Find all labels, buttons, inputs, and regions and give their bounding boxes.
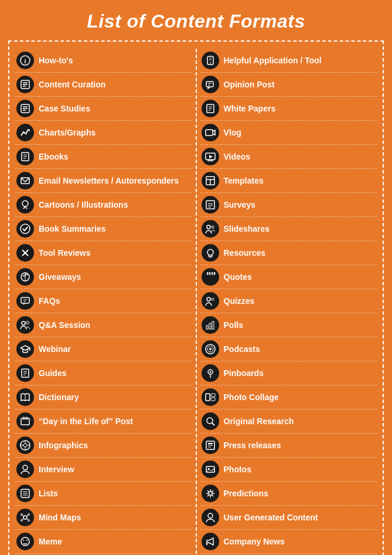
list-item: Interview [15,458,192,482]
page-container: List of Content Formats iHow-to'sContent… [0,0,392,555]
item-icon: i [16,52,34,69]
svg-point-48 [23,516,27,519]
list-item: Case Studies [15,97,192,121]
svg-point-16 [21,224,30,233]
item-icon [16,292,34,310]
list-item: Email Newsletters / Autoresponders [15,169,192,193]
svg-point-85 [207,225,210,229]
item-icon [16,76,34,93]
list-item: Book Summaries [15,217,192,241]
svg-line-106 [212,423,214,425]
item-icon [202,364,219,382]
item-label: Resources [224,248,266,258]
list-item: Lists [15,482,192,506]
item-label: Guides [39,368,66,378]
svg-point-105 [207,418,213,424]
list-item: Charts/Graphs [15,121,192,145]
item-icon [202,436,219,454]
svg-point-38 [23,444,27,447]
item-label: Pinboards [224,368,264,378]
svg-point-66 [210,62,211,63]
item-icon [202,76,219,93]
item-icon [202,52,219,69]
item-label: Content Curation [39,80,105,90]
svg-rect-94 [209,323,211,329]
item-label: Interview [39,465,74,475]
svg-point-87 [207,249,213,255]
svg-text:i: i [24,57,26,65]
item-label: Dictionary [39,392,79,402]
list-item: Vlog [200,121,377,145]
list-item: Meme [15,530,192,554]
item-label: Podcasts [224,344,260,354]
item-icon [16,461,34,478]
svg-rect-104 [211,398,215,401]
item-label: Slideshares [224,224,270,234]
item-icon [16,509,34,526]
item-label: Helpful Application / Tool [224,56,322,66]
svg-marker-115 [207,538,213,545]
svg-point-101 [209,371,211,373]
item-icon [16,388,34,406]
page-title: List of Content Formats [8,11,384,32]
item-icon [202,124,219,141]
list-item: Photo Collage [200,385,377,410]
list-item: Ebooks [15,145,192,169]
item-icon [16,148,34,165]
item-label: Lists [39,489,58,499]
item-icon [202,509,219,526]
svg-line-56 [27,519,28,520]
list-item: Slideshares [200,217,377,241]
left-column: iHow-to'sContent CurationCase StudiesCha… [15,49,197,555]
item-label: Cartoons / Illustrations [39,200,128,210]
list-item: FAQs [15,289,192,313]
item-icon [202,196,219,214]
list-item: Webinar [15,337,192,361]
item-label: Book Summaries [39,224,105,234]
svg-point-91 [207,297,210,301]
item-icon [16,220,34,238]
item-icon [202,412,219,430]
svg-line-55 [22,519,23,520]
list-item: Press releases [200,434,377,458]
item-label: Original Research [224,417,294,427]
item-label: Webinar [39,344,71,354]
svg-line-54 [27,515,28,516]
item-icon [16,436,34,454]
item-label: White Papers [224,104,276,114]
list-item: Tool Reviews [15,241,192,265]
item-icon [16,485,34,502]
list-item: Resources [200,241,377,265]
item-icon [202,244,219,262]
item-label: Opinion Post [224,80,275,90]
item-label: Predictions [224,489,268,499]
item-label: Q&A Session [39,320,90,330]
svg-rect-102 [206,394,210,401]
item-label: Tool Reviews [39,248,90,258]
svg-rect-21 [21,297,29,303]
item-icon [16,268,34,286]
svg-rect-34 [21,418,29,425]
list-item: Cartoons / Illustrations [15,193,192,217]
item-icon [16,100,34,117]
list-item: Company News [200,530,377,554]
item-label: Quizzes [224,296,255,306]
item-icon [202,316,219,334]
svg-rect-103 [211,394,215,397]
svg-line-53 [22,515,23,516]
list-item: Pinboards [200,361,377,385]
list-item: Templates [200,169,377,193]
item-icon [202,533,219,550]
list-item: White Papers [200,97,377,121]
svg-point-26 [26,322,29,324]
item-icon [202,220,219,238]
list-item: User Generated Content [200,506,377,530]
item-icon [16,172,34,189]
item-icon [16,244,34,262]
list-item: Dictionary [15,385,192,410]
item-label: Infographics [39,441,88,451]
svg-rect-93 [206,326,208,329]
svg-point-113 [209,492,212,495]
list-item: iHow-to's [15,49,192,73]
item-icon [202,461,219,478]
